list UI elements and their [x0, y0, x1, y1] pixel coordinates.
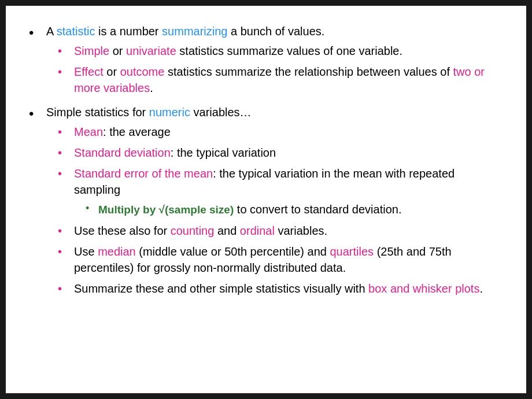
subitem-2-5: Use median (middle value or 50th percent…	[58, 243, 503, 276]
subitem-2-1: Mean: the average	[58, 124, 503, 140]
univariate-word: univariate	[126, 45, 176, 57]
box-whisker-phrase: box and whisker plots	[368, 282, 479, 295]
subsubitem-1: Multiply by √(sample size) to convert to…	[86, 201, 503, 218]
subitem-2-6: Summarize these and other simple statist…	[58, 280, 503, 297]
slide: A statistic is a number summarizing a bu…	[6, 6, 526, 393]
item1-text: A statistic is a number summarizing a bu…	[46, 25, 324, 38]
quartiles-word: quartiles	[330, 245, 374, 258]
list-item-1: A statistic is a number summarizing a bu…	[29, 23, 503, 96]
outcome-word: outcome	[120, 65, 165, 78]
subitem-2-4: Use these also for counting and ordinal …	[58, 223, 503, 239]
subitem-1-2: Effect or outcome statistics summarize t…	[58, 64, 503, 96]
list-item-2: Simple statistics for numeric variables……	[29, 104, 503, 297]
multiply-text: Multiply by √(sample size)	[98, 204, 234, 216]
standard-deviation-phrase: Standard deviation	[74, 146, 171, 159]
main-list: A statistic is a number summarizing a bu…	[29, 23, 503, 297]
ordinal-word: ordinal	[240, 224, 275, 237]
subitem-2-2: Standard deviation: the typical variatio…	[58, 145, 503, 161]
mean-word: Mean	[74, 125, 103, 138]
summarizing-word: summarizing	[162, 25, 227, 38]
subitem-2-3: Standard error of the mean: the typical …	[58, 165, 503, 218]
sublist-2: Mean: the average Standard deviation: th…	[58, 124, 503, 297]
statistic-word: statistic	[57, 25, 95, 38]
content: A statistic is a number summarizing a bu…	[29, 23, 503, 297]
sublist-1: Simple or univariate statistics summariz…	[58, 43, 503, 96]
numeric-word: numeric	[149, 106, 190, 119]
subitem-1-1: Simple or univariate statistics summariz…	[58, 43, 503, 59]
simple-word: Simple	[74, 45, 109, 57]
subsublist-1: Multiply by √(sample size) to convert to…	[86, 201, 503, 218]
standard-error-phrase: Standard error of the mean	[74, 167, 213, 180]
effect-word: Effect	[74, 65, 104, 78]
median-word: median	[98, 245, 136, 258]
counting-word: counting	[171, 224, 215, 237]
item2-text: Simple statistics for numeric variables…	[46, 106, 252, 119]
